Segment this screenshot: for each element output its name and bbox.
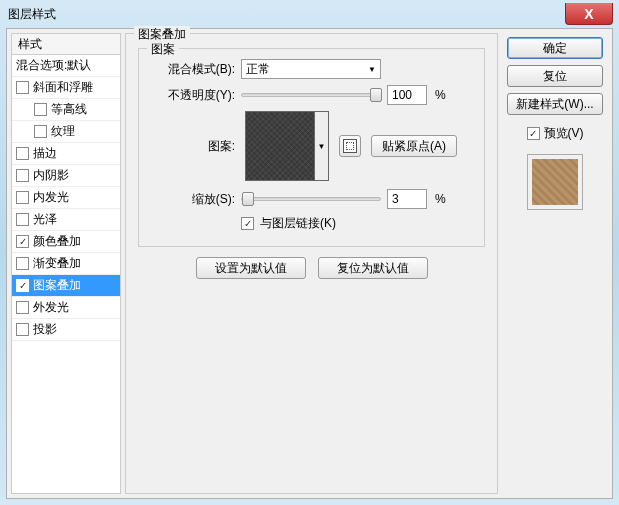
- pattern-label: 图案:: [147, 138, 235, 155]
- style-label: 外发光: [33, 299, 69, 316]
- slider-thumb[interactable]: [370, 88, 382, 102]
- link-layer-checkbox[interactable]: [241, 217, 254, 230]
- blend-mode-label: 混合模式(B):: [147, 61, 235, 78]
- style-item-12[interactable]: 投影: [12, 319, 120, 341]
- make-default-button[interactable]: 设置为默认值: [196, 257, 306, 279]
- style-label: 纹理: [51, 123, 75, 140]
- opacity-label: 不透明度(Y):: [147, 87, 235, 104]
- style-checkbox[interactable]: [16, 235, 29, 248]
- options-panel: 图案叠加 图案 混合模式(B): 正常 ▼ 不透明度(Y):: [125, 33, 498, 494]
- style-label: 颜色叠加: [33, 233, 81, 250]
- slider-thumb[interactable]: [242, 192, 254, 206]
- style-item-4[interactable]: 描边: [12, 143, 120, 165]
- style-label: 混合选项:默认: [16, 57, 91, 74]
- ok-button[interactable]: 确定: [507, 37, 603, 59]
- new-preset-button[interactable]: [339, 135, 361, 157]
- pattern-group: 图案 混合模式(B): 正常 ▼ 不透明度(Y): 100: [138, 48, 485, 247]
- style-checkbox[interactable]: [34, 125, 47, 138]
- style-checkbox[interactable]: [16, 191, 29, 204]
- chevron-down-icon: ▼: [368, 65, 376, 74]
- opacity-slider[interactable]: [241, 93, 381, 97]
- blend-mode-value: 正常: [246, 61, 270, 78]
- scale-slider[interactable]: [241, 197, 381, 201]
- link-layer-label: 与图层链接(K): [260, 215, 336, 232]
- styles-header: 样式: [11, 33, 121, 55]
- style-label: 等高线: [51, 101, 87, 118]
- preview-label: 预览(V): [544, 125, 584, 142]
- style-checkbox[interactable]: [16, 257, 29, 270]
- style-item-8[interactable]: 颜色叠加: [12, 231, 120, 253]
- style-checkbox[interactable]: [16, 169, 29, 182]
- style-item-7[interactable]: 光泽: [12, 209, 120, 231]
- opacity-unit: %: [435, 88, 446, 102]
- style-label: 投影: [33, 321, 57, 338]
- style-label: 内阴影: [33, 167, 69, 184]
- style-checkbox[interactable]: [34, 103, 47, 116]
- style-checkbox[interactable]: [16, 323, 29, 336]
- style-item-5[interactable]: 内阴影: [12, 165, 120, 187]
- style-label: 斜面和浮雕: [33, 79, 93, 96]
- reset-default-button[interactable]: 复位为默认值: [318, 257, 428, 279]
- scale-unit: %: [435, 192, 446, 206]
- style-item-3[interactable]: 纹理: [12, 121, 120, 143]
- style-checkbox[interactable]: [16, 301, 29, 314]
- pattern-overlay-group: 图案叠加 图案 混合模式(B): 正常 ▼ 不透明度(Y):: [125, 33, 498, 494]
- style-item-2[interactable]: 等高线: [12, 99, 120, 121]
- scale-input[interactable]: 3: [387, 189, 427, 209]
- titlebar: 图层样式 X: [0, 0, 619, 28]
- style-label: 渐变叠加: [33, 255, 81, 272]
- action-panel: 确定 复位 新建样式(W)... 预览(V): [502, 33, 608, 494]
- window-title: 图层样式: [8, 6, 56, 23]
- style-label: 图案叠加: [33, 277, 81, 294]
- styles-list: 混合选项:默认斜面和浮雕等高线纹理描边内阴影内发光光泽颜色叠加渐变叠加图案叠加外…: [11, 55, 121, 494]
- scale-label: 缩放(S):: [147, 191, 235, 208]
- close-button[interactable]: X: [565, 3, 613, 25]
- style-item-11[interactable]: 外发光: [12, 297, 120, 319]
- style-item-1[interactable]: 斜面和浮雕: [12, 77, 120, 99]
- preview-checkbox[interactable]: [527, 127, 540, 140]
- pattern-swatch[interactable]: [245, 111, 315, 181]
- blend-mode-dropdown[interactable]: 正常 ▼: [241, 59, 381, 79]
- style-item-6[interactable]: 内发光: [12, 187, 120, 209]
- preview-swatch: [527, 154, 583, 210]
- style-checkbox[interactable]: [16, 147, 29, 160]
- style-item-10[interactable]: 图案叠加: [12, 275, 120, 297]
- cancel-button[interactable]: 复位: [507, 65, 603, 87]
- new-preset-icon: [343, 139, 357, 153]
- style-checkbox[interactable]: [16, 81, 29, 94]
- snap-origin-button[interactable]: 贴紧原点(A): [371, 135, 457, 157]
- style-label: 内发光: [33, 189, 69, 206]
- dialog: 样式 混合选项:默认斜面和浮雕等高线纹理描边内阴影内发光光泽颜色叠加渐变叠加图案…: [6, 28, 613, 499]
- style-item-9[interactable]: 渐变叠加: [12, 253, 120, 275]
- style-checkbox[interactable]: [16, 213, 29, 226]
- style-label: 描边: [33, 145, 57, 162]
- inner-legend: 图案: [147, 41, 179, 58]
- new-style-button[interactable]: 新建样式(W)...: [507, 93, 603, 115]
- opacity-input[interactable]: 100: [387, 85, 427, 105]
- style-checkbox[interactable]: [16, 279, 29, 292]
- style-item-0[interactable]: 混合选项:默认: [12, 55, 120, 77]
- styles-panel: 样式 混合选项:默认斜面和浮雕等高线纹理描边内阴影内发光光泽颜色叠加渐变叠加图案…: [11, 33, 121, 494]
- style-label: 光泽: [33, 211, 57, 228]
- pattern-picker-arrow[interactable]: ▼: [315, 111, 329, 181]
